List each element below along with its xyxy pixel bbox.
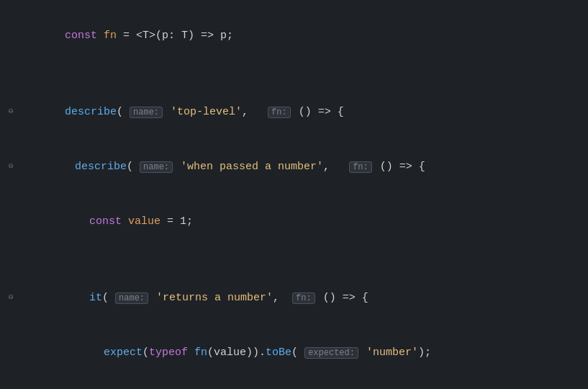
gutter-3: ⊖ (0, 105, 22, 119)
collapse-icon-4[interactable]: ⊖ (8, 160, 13, 174)
code-line-4: ⊖ describe( name: 'when passed a number'… (0, 140, 588, 194)
code-line-2 (0, 63, 588, 85)
paren-open2: ( (127, 161, 140, 173)
line-content-4: describe( name: 'when passed a number', … (22, 141, 588, 193)
label-name: name: (130, 107, 163, 118)
string-returns-number: 'returns a number' (150, 292, 273, 304)
line-content-2 (22, 66, 588, 83)
paren-open: ( (117, 106, 130, 118)
code-line-7: ⊖ it( name: 'returns a number', fn: () =… (0, 271, 588, 326)
keyword-const2: const (89, 215, 128, 228)
var-value: value (128, 215, 160, 228)
line-content-5: const value = 1; (22, 196, 588, 248)
line-content-9: }); (22, 382, 588, 389)
code-line-1: const fn = <T>(p: T) => p; (0, 9, 588, 63)
string-top-level: 'top-level' (164, 106, 242, 118)
value-call: (value)). (207, 346, 266, 359)
arrow2: () => { (374, 161, 425, 173)
operator-eq: = <T>(p: T) => p; (117, 30, 233, 42)
line-content-8: expect(typeof fn(value)).toBe( expected:… (22, 327, 588, 379)
arrow1: () => { (292, 106, 344, 118)
fn-call: fn (194, 346, 207, 359)
line-content-6 (22, 251, 588, 269)
collapse-icon-3[interactable]: ⊖ (8, 105, 13, 119)
keyword-typeof: typeof (149, 346, 194, 359)
line-content-3: describe( name: 'top-level', fn: () => { (22, 86, 588, 138)
gutter-4: ⊖ (0, 160, 22, 174)
code-editor: const fn = <T>(p: T) => p; ⊖ describe( n… (0, 0, 588, 389)
label-fn3: fn: (292, 292, 315, 304)
label-expected: expected: (304, 347, 358, 359)
comma3: , (273, 292, 292, 304)
fn-describe: describe (65, 106, 117, 118)
code-line-8: expect(typeof fn(value)).toBe( expected:… (0, 326, 588, 380)
paren-open3: ( (102, 292, 115, 304)
gutter-7: ⊖ (0, 291, 22, 305)
var-fn: fn (104, 30, 117, 42)
code-line-9: ⊟ }); (0, 380, 588, 389)
label-fn: fn: (268, 107, 291, 118)
line-content-7: it( name: 'returns a number', fn: () => … (22, 272, 588, 324)
line-content-1: const fn = <T>(p: T) => p; (22, 10, 588, 62)
fn-it: it (89, 292, 102, 304)
fn-describe2: describe (75, 161, 127, 173)
collapse-icon-7[interactable]: ⊖ (8, 291, 13, 305)
paren4: ( (143, 346, 149, 359)
comma2: , (323, 161, 349, 173)
keyword-const: const (65, 30, 104, 42)
code-line-3: ⊖ describe( name: 'top-level', fn: () =>… (0, 85, 588, 140)
label-name3: name: (115, 292, 148, 304)
fn-tobe: toBe (266, 346, 291, 359)
code-line-5: const value = 1; (0, 194, 588, 249)
label-name2: name: (140, 161, 173, 173)
semicolon1: ); (418, 346, 431, 359)
string-number: 'number' (360, 346, 418, 359)
tobe-paren: ( (291, 346, 304, 359)
fn-expect: expect (104, 346, 143, 359)
assign: = 1; (160, 215, 193, 228)
arrow3: () => { (317, 292, 368, 304)
comma1: , (242, 106, 268, 118)
code-line-6 (0, 249, 588, 271)
label-fn2: fn: (349, 161, 372, 173)
string-when-number: 'when passed a number' (174, 161, 323, 173)
